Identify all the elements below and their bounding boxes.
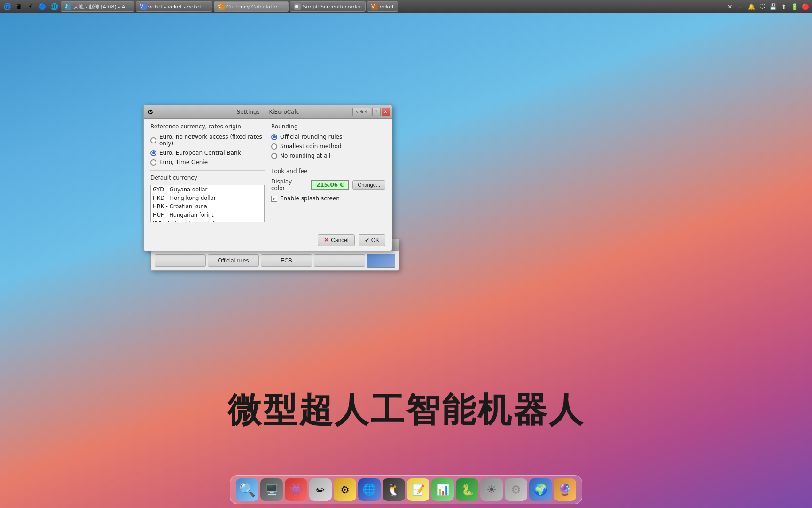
bottom-thumbnail xyxy=(367,254,395,268)
desktop: ⚙ Settings — KiEuroCalc veket ? ✕ Refere… xyxy=(0,13,812,480)
radio-time-genie-label: Euro, Time Genie xyxy=(159,159,208,166)
dialog-body: Reference currency, rates origin Euro, n… xyxy=(144,119,392,227)
tab-currency[interactable]: € Currency Calculator … xyxy=(214,1,289,12)
radio-official-rounding-input[interactable] xyxy=(271,134,277,140)
dialog-footer: ✕ Cancel ✔ OK xyxy=(144,230,392,251)
radio-no-network-label: Euro, no network access (fixed rates onl… xyxy=(159,134,265,147)
taskbar-icon-2[interactable]: ⚡ xyxy=(25,1,36,12)
taskbar-notif-icon[interactable]: 🔔 xyxy=(747,2,756,11)
radio-official-rounding-label: Official rounding rules xyxy=(280,134,342,140)
bottom-btn-ecb[interactable]: ECB xyxy=(261,254,312,267)
radio-time-genie[interactable]: Euro, Time Genie xyxy=(150,159,265,166)
dialog-right-panel: Rounding Official rounding rules Smalles… xyxy=(271,123,385,222)
title-veket-btn[interactable]: veket xyxy=(352,108,371,116)
radio-official-rounding[interactable]: Official rounding rules xyxy=(271,134,385,140)
title-info-btn[interactable]: ? xyxy=(372,108,381,116)
currency-item-hrk[interactable]: HRK - Croatian kuna xyxy=(151,202,264,211)
taskbar-sys-icon4[interactable]: 🔋 xyxy=(790,2,799,11)
dialog-columns: Reference currency, rates origin Euro, n… xyxy=(150,123,385,222)
currency-item-gyd[interactable]: GYD - Guyana dollar xyxy=(151,185,264,194)
dock-icon-gear-gray[interactable]: ☀ xyxy=(480,478,503,501)
taskbar-icon-0[interactable]: 🌀 xyxy=(2,1,12,12)
radio-ecb[interactable]: Euro, European Central Bank xyxy=(150,150,265,156)
chinese-text: 微型超人工智能机器人 xyxy=(227,388,585,433)
dock-icon-note[interactable]: 📝 xyxy=(407,478,429,501)
taskbar-icon-4[interactable]: 🌐 xyxy=(49,1,59,12)
taskbar-icon-1[interactable]: 🖥 xyxy=(14,1,24,12)
tab-veket[interactable]: V veket - veket - veket … xyxy=(136,1,212,12)
tab-veket2[interactable]: V veket xyxy=(367,1,398,12)
default-currency-title: Default currency xyxy=(150,175,265,181)
reference-radio-group: Euro, no network access (fixed rates onl… xyxy=(150,134,265,166)
ok-icon: ✔ xyxy=(365,237,369,244)
taskbar-sys-icon2[interactable]: 💾 xyxy=(768,2,778,11)
tab-currency-icon: € xyxy=(218,3,225,10)
dock-icon-silver-app[interactable]: ✏️ xyxy=(309,478,332,501)
taskbar-sys-icon1[interactable]: 🛡 xyxy=(757,2,767,11)
radio-smallest-coin-input[interactable] xyxy=(271,143,277,150)
tab-music-label: 大地 - 赵传 (4:08) - A... xyxy=(73,3,130,10)
radio-time-genie-input[interactable] xyxy=(150,159,156,166)
tab-veket-icon: V xyxy=(140,3,147,10)
radio-no-network-input[interactable] xyxy=(150,137,156,143)
dock-icon-magnifier[interactable]: 🔮 xyxy=(554,478,576,501)
dock-icon-yellow-app[interactable]: ⚙️ xyxy=(334,478,356,501)
taskbar-right: ✕ ─ 🔔 🛡 💾 ⬆ 🔋 🔴 xyxy=(725,2,810,11)
bottom-btn-1[interactable] xyxy=(155,254,206,267)
radio-no-rounding-label: No rounding at all xyxy=(280,152,330,159)
dialog-title: Settings — KiEuroCalc xyxy=(237,109,299,115)
radio-no-rounding-input[interactable] xyxy=(271,153,277,159)
bottom-btn-4[interactable] xyxy=(314,254,365,267)
currency-item-idr[interactable]: IDR - Indonesian rupiah xyxy=(151,219,264,222)
taskbar-close-icon[interactable]: ✕ xyxy=(725,2,734,11)
radio-ecb-input[interactable] xyxy=(150,150,156,156)
dock-icon-monitor[interactable]: 🖥️ xyxy=(260,478,283,501)
radio-no-network[interactable]: Euro, no network access (fixed rates onl… xyxy=(150,134,265,147)
tab-recorder-icon: ⏺ xyxy=(294,3,301,10)
tab-music-icon: ♪ xyxy=(65,3,71,10)
taskbar-icon-3[interactable]: 🔵 xyxy=(37,1,47,12)
dock-icon-gear[interactable]: ⚙ xyxy=(505,478,527,501)
currency-item-huf[interactable]: HUF - Hungarian forint xyxy=(151,211,264,219)
reference-section-title: Reference currency, rates origin xyxy=(150,123,265,130)
tab-music[interactable]: ♪ 大地 - 赵传 (4:08) - A... xyxy=(61,1,134,12)
title-close-btn[interactable]: ✕ xyxy=(382,108,390,116)
splash-screen-label: Enable splash screen xyxy=(280,195,340,202)
ok-button[interactable]: ✔ OK xyxy=(359,234,385,246)
dock-icon-snake[interactable]: 🐍 xyxy=(456,478,478,501)
ok-label: OK xyxy=(371,237,379,244)
dock: 🔍 🖥️ 👾 ✏️ ⚙️ 🌐 🐧 📝 📊 🐍 ☀ ⚙ 🌍 🔮 xyxy=(230,475,582,504)
dock-icon-globe[interactable]: 🌐 xyxy=(358,478,381,501)
rounding-radio-group: Official rounding rules Smallest coin me… xyxy=(271,134,385,159)
look-fee-title: Look and fee xyxy=(271,168,385,175)
dock-icon-chart[interactable]: 📊 xyxy=(431,478,454,501)
title-bar-controls: veket ? ✕ xyxy=(352,108,392,116)
dock-icon-globe2[interactable]: 🌍 xyxy=(529,478,552,501)
change-color-button[interactable]: Change... xyxy=(352,180,385,190)
settings-dialog: ⚙ Settings — KiEuroCalc veket ? ✕ Refere… xyxy=(143,105,392,251)
cancel-icon: ✕ xyxy=(324,237,329,244)
title-bar: ⚙ Settings — KiEuroCalc veket ? ✕ xyxy=(144,105,392,119)
tab-currency-label: Currency Calculator … xyxy=(226,4,284,10)
rounding-section-title: Rounding xyxy=(271,123,385,130)
cancel-button[interactable]: ✕ Cancel xyxy=(318,234,354,246)
tab-veket2-icon: V xyxy=(371,3,378,10)
radio-no-rounding[interactable]: No rounding at all xyxy=(271,152,385,159)
currency-item-hkd[interactable]: HKD - Hong kong dollar xyxy=(151,194,264,202)
radio-ecb-label: Euro, European Central Bank xyxy=(159,150,241,156)
dock-icon-finder[interactable]: 🔍 xyxy=(236,478,258,501)
display-color-label: Display color xyxy=(271,178,307,191)
separator-2 xyxy=(271,164,385,164)
taskbar-sys-icon3[interactable]: ⬆ xyxy=(779,2,789,11)
currency-list[interactable]: GYD - Guyana dollar HKD - Hong kong doll… xyxy=(150,185,265,222)
splash-screen-checkbox[interactable]: ✔ xyxy=(271,196,277,202)
taskbar-sys-icon5[interactable]: 🔴 xyxy=(801,2,810,11)
dialog-left-panel: Reference currency, rates origin Euro, n… xyxy=(150,123,265,222)
tab-recorder[interactable]: ⏺ SimpleScreenRecorder xyxy=(290,1,366,12)
radio-smallest-coin[interactable]: Smallest coin method xyxy=(271,143,385,150)
splash-screen-row: ✔ Enable splash screen xyxy=(271,195,385,202)
dock-icon-red-app[interactable]: 👾 xyxy=(285,478,307,501)
taskbar-minimize-icon[interactable]: ─ xyxy=(736,2,745,11)
dock-icon-penguin[interactable]: 🐧 xyxy=(383,478,405,501)
bottom-btn-official[interactable]: Official rules xyxy=(208,254,259,267)
